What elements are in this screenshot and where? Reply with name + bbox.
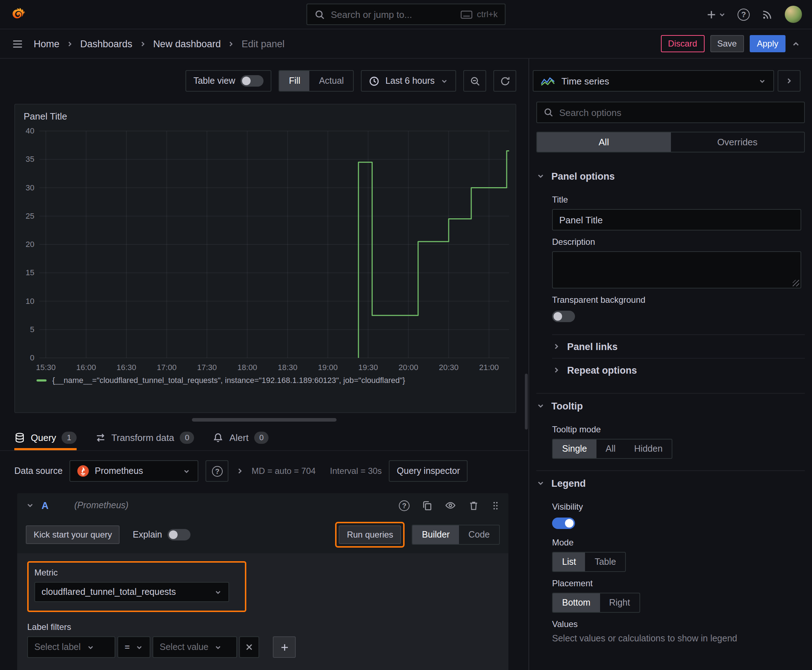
menu-toggle-button[interactable]	[12, 37, 24, 50]
help-icon: ?	[212, 465, 223, 476]
legend-values-label: Values	[552, 619, 805, 629]
duplicate-query-icon[interactable]	[422, 500, 432, 511]
refresh-button[interactable]	[493, 70, 516, 91]
remove-filter-button[interactable]	[239, 636, 259, 658]
apply-button[interactable]: Apply	[750, 35, 785, 52]
legend-values-hint: Select values or calculations to show in…	[552, 633, 805, 651]
tooltip-header[interactable]: Tooltip	[536, 394, 805, 418]
tab-alert[interactable]: Alert 0	[213, 425, 269, 450]
query-row-header[interactable]: A (Prometheus) ?	[17, 493, 509, 518]
help-button[interactable]: ?	[737, 8, 750, 20]
search-input[interactable]	[331, 9, 455, 20]
timeseries-chart[interactable]: 051015202530354015:3016:0016:3017:0017:3…	[17, 125, 512, 374]
delete-query-icon[interactable]	[468, 500, 479, 511]
grafana-app: ctrl+k ? Home	[0, 0, 812, 670]
operator-dropdown[interactable]: =	[117, 636, 150, 658]
new-menu-button[interactable]	[706, 9, 726, 20]
code-option[interactable]: Code	[459, 525, 499, 544]
collapse-query-icon[interactable]	[26, 501, 34, 510]
options-scroll-area: All Overrides Panel options Title Descri…	[529, 91, 812, 670]
transparent-background-switch[interactable]	[552, 311, 575, 322]
query-options-summary[interactable]: MD = auto = 704 Interval = 30s	[252, 466, 382, 476]
tooltip-hidden-option[interactable]: Hidden	[625, 440, 672, 458]
panel-edit-main: Table view Fill Actual Last 6 hours	[0, 59, 529, 670]
drag-handle-icon[interactable]	[491, 500, 500, 511]
kick-start-query-button[interactable]: Kick start your query	[26, 525, 120, 544]
query-inspector-button[interactable]: Query inspector	[389, 460, 468, 482]
breadcrumb-new-dashboard[interactable]: New dashboard	[153, 38, 221, 49]
discard-button[interactable]: Discard	[661, 35, 704, 52]
panel-preview: Panel Title 051015202530354015:3016:0016…	[14, 104, 516, 413]
global-search[interactable]: ctrl+k	[307, 3, 505, 25]
search-shortcut: ctrl+k	[460, 9, 498, 19]
vertical-scrollbar[interactable]	[525, 374, 528, 430]
tooltip-all-option[interactable]: All	[597, 440, 625, 458]
breadcrumb-home[interactable]: Home	[34, 38, 59, 49]
legend-mode-list-option[interactable]: List	[553, 553, 585, 571]
interval-summary: Interval = 30s	[330, 466, 382, 476]
visualization-picker[interactable]: Time series	[533, 70, 774, 91]
select-label-placeholder: Select label	[34, 642, 81, 652]
tab-query[interactable]: Query 1	[14, 425, 76, 450]
chevron-up-icon	[791, 39, 800, 48]
transparent-background-label: Transparent background	[552, 295, 805, 305]
time-range-picker[interactable]: Last 6 hours	[361, 70, 456, 91]
datasource-help-button[interactable]: ?	[206, 460, 229, 482]
resize-grip-icon[interactable]	[793, 280, 799, 286]
svg-text:30: 30	[26, 183, 34, 192]
select-label-dropdown[interactable]: Select label	[27, 636, 115, 658]
horizontal-scrollbar[interactable]	[192, 418, 337, 421]
options-tab-all[interactable]: All	[537, 132, 671, 152]
tab-transform-count: 0	[180, 431, 194, 444]
legend-visibility-switch[interactable]	[552, 518, 575, 529]
legend-section: Legend Visibility Mode List Table Placem…	[536, 470, 805, 651]
legend-placement-right-option[interactable]: Right	[600, 594, 639, 612]
panel-options-header[interactable]: Panel options	[536, 164, 805, 188]
query-options-toggle-icon[interactable]	[236, 467, 244, 475]
tab-query-count: 1	[62, 431, 76, 444]
description-wrap	[552, 251, 801, 288]
chart-legend-item[interactable]: {__name__="cloudflared_tunnel_total_requ…	[15, 374, 515, 384]
legend-mode-table-option[interactable]: Table	[585, 553, 626, 571]
breadcrumb-edit-panel: Edit panel	[242, 38, 285, 49]
user-avatar[interactable]	[785, 6, 802, 23]
options-search-input[interactable]	[559, 107, 798, 118]
breadcrumb-separator-icon	[139, 40, 147, 47]
prom-query-editor: Metric cloudflared_tunnel_total_requests…	[17, 553, 509, 670]
add-filter-button[interactable]	[273, 636, 296, 658]
breadcrumb-dashboards[interactable]: Dashboards	[80, 38, 132, 49]
news-button[interactable]	[761, 8, 773, 20]
explain-switch[interactable]	[168, 529, 191, 540]
options-search[interactable]	[536, 102, 805, 123]
collapse-options-button[interactable]	[778, 70, 800, 91]
legend-placement-bottom-option[interactable]: Bottom	[553, 594, 600, 612]
title-label: Title	[552, 195, 805, 205]
legend-header[interactable]: Legend	[536, 471, 805, 495]
datasource-picker[interactable]: Prometheus	[70, 460, 199, 482]
fill-option[interactable]: Fill	[280, 71, 310, 91]
save-button[interactable]: Save	[710, 35, 744, 52]
collapse-header-button[interactable]	[791, 39, 800, 48]
run-queries-button[interactable]: Run queries	[339, 525, 401, 544]
metric-select[interactable]: cloudflared_tunnel_total_requests	[34, 582, 229, 602]
panel-title-input[interactable]	[552, 209, 801, 230]
description-input[interactable]	[552, 251, 801, 288]
table-view-switch[interactable]	[241, 75, 264, 86]
select-value-dropdown[interactable]: Select value	[153, 636, 237, 658]
builder-code-segment: Builder Code	[412, 524, 500, 545]
tooltip-mode-segment: Single All Hidden	[552, 439, 673, 459]
builder-option[interactable]: Builder	[412, 525, 459, 544]
actual-option[interactable]: Actual	[310, 71, 353, 91]
options-tab-overrides[interactable]: Overrides	[671, 132, 804, 152]
repeat-options-section[interactable]: Repeat options	[552, 358, 805, 382]
grafana-logo[interactable]	[10, 6, 27, 23]
hide-query-icon[interactable]	[445, 500, 456, 511]
tooltip-single-option[interactable]: Single	[553, 440, 597, 458]
timeseries-viz-icon	[541, 76, 555, 86]
query-help-icon[interactable]: ?	[399, 500, 410, 511]
zoom-out-button[interactable]	[463, 70, 486, 91]
rss-icon	[761, 8, 773, 20]
svg-text:20: 20	[26, 240, 34, 249]
tab-transform-data[interactable]: Transform data 0	[95, 425, 194, 450]
panel-links-section[interactable]: Panel links	[552, 334, 805, 358]
